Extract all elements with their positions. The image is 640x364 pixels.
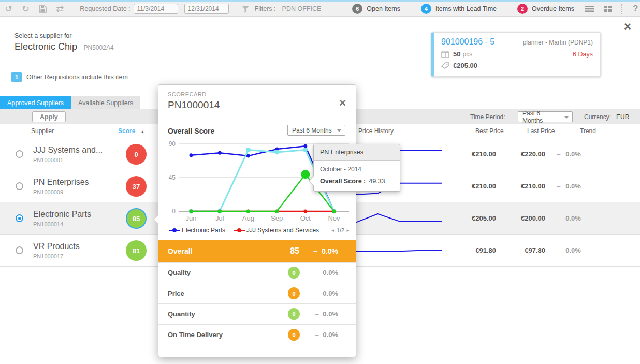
requisition-card[interactable]: 901000196 - 5 planner - Martin (PDNP1) 5… [431,32,601,77]
legend-item: JJJ Systems and Services [234,227,319,234]
quantity-value: 50 [453,50,460,58]
kpi-label: Quality [168,269,191,276]
apply-button[interactable]: Apply [32,111,66,122]
supplier-radio[interactable] [16,150,23,158]
last-price-value: €200.00 [509,214,545,222]
col-last-price: Last Price [527,127,555,135]
col-score-sort[interactable]: Score▲ [118,127,144,135]
lead-time-items-badge[interactable]: 4 Items with Lead Time [415,2,503,16]
requisition-id-link[interactable]: 901000196 - 5 [441,37,494,47]
last-price-value: €210.00 [509,182,545,190]
supplier-part-number: PN1000001 [33,157,63,163]
best-price-value: €91.80 [456,246,496,254]
svg-text:Sep: Sep [271,214,283,222]
top-toolbar: ↺ ↻ ⇄ Requested Date : - Filters : PDN O… [0,0,640,17]
supplier-radio[interactable] [16,182,23,190]
scorecard-eyebrow: SCORECARD [168,91,207,97]
overall-label: Overall [168,247,192,255]
supplier-radio[interactable] [16,246,23,254]
svg-text:Nov: Nov [328,214,340,222]
overdue-items-badge[interactable]: 2 Overdue Items [511,2,580,16]
legend-item: Electronic Parts [169,227,225,234]
package-icon [441,51,449,58]
svg-text:Aug: Aug [242,214,254,222]
trend-dash: – [557,246,560,254]
kpi-trend-dash: – [315,289,318,297]
save-icon[interactable] [39,5,47,13]
score-badge[interactable]: 85 [126,208,147,229]
chart-legend: Electronic PartsJJJ Systems and Services… [169,227,350,234]
price-history-sparkline [355,239,444,263]
redo-icon[interactable]: ↻ [22,4,30,13]
card-price-value: €205.00 [453,62,477,69]
supplier-name: JJJ Systems and... [33,145,103,155]
lead-time-items-label: Items with Lead Time [435,5,497,12]
svg-text:Oct: Oct [300,214,311,222]
col-best-price: Best Price [475,127,504,135]
undo-icon[interactable]: ↺ [5,4,12,13]
score-badge[interactable]: 81 [126,240,147,261]
kpi-row-quality: Quality 0 –0.0% [158,262,356,283]
score-badge[interactable]: 37 [126,176,147,197]
scorecard-time-period-select[interactable]: Past 6 Months [287,125,345,136]
transfer-icon[interactable]: ⇄ [56,4,64,13]
time-period-label: Time Period: [470,113,505,121]
supplier-part-number: PN1000014 [33,221,63,227]
kpi-score-badge: 0 [288,287,300,299]
scorecard-time-period-value: Past 6 Months [292,127,332,134]
time-period-select[interactable]: Past 6 Months [518,111,573,122]
score-badge[interactable]: 0 [126,144,147,165]
col-price-history: Price History [358,127,394,135]
kpi-trend-dash: – [315,269,318,276]
kpi-score-badge: 0 [288,329,300,341]
dotted-divider [621,4,622,14]
grid-view-icon[interactable] [604,6,612,12]
kpi-row-price: Price 0 –0.0% [158,283,356,303]
col-score: Score [118,127,135,135]
requested-date-label: Requested Date : [80,5,130,12]
last-price-value: €220.00 [509,150,545,158]
best-price-value: €210.00 [456,150,496,158]
price-history-sparkline [355,207,444,230]
overall-trend-dash: – [313,247,317,255]
kpi-trend-value: 0.0% [323,269,338,276]
kpi-trend-value: 0.0% [323,331,338,339]
svg-text:90: 90 [169,140,176,148]
filters-label: Filters : [255,5,276,12]
supplier-name: PN Enterprises [33,178,89,187]
date-range-separator: - [180,5,182,12]
kpi-label: Quantity [168,310,195,318]
help-icon[interactable]: ? [633,4,638,14]
page-close-icon[interactable]: ✕ [623,21,632,33]
date-from-input[interactable] [134,4,178,14]
other-requisitions-note: Other Requisitions include this item [26,74,128,81]
tab-available-suppliers[interactable]: Available Suppliers [71,96,140,109]
sort-ascending-icon: ▲ [140,129,144,134]
legend-prev-icon[interactable]: ◄ [331,228,335,233]
tooltip-score-label: Overall Score : [320,178,366,185]
svg-text:Jul: Jul [215,214,224,222]
lead-time-items-count: 4 [421,4,431,14]
kpi-score-badge: 0 [288,308,300,320]
col-supplier: Supplier [31,127,54,135]
tab-approved-suppliers[interactable]: Approved Suppliers [0,96,71,109]
time-period-value: Past 6 Months [522,110,561,124]
kpi-score-badge: 0 [288,267,300,279]
supplier-radio-selected[interactable] [16,214,23,222]
list-view-icon[interactable] [585,6,594,12]
supplier-name: VR Products [33,242,80,251]
scorecard-close-icon[interactable]: ✕ [339,97,346,109]
page-part-number: PN5002A4 [84,44,114,51]
quantity-unit: pcs [462,51,472,58]
date-to-input[interactable] [184,4,229,14]
open-items-badge[interactable]: 6 Open Items [346,2,406,16]
supplier-selection-page: ↺ ↻ ⇄ Requested Date : - Filters : PDN O… [0,0,640,364]
other-requisitions-count-badge[interactable]: 1 [11,72,22,82]
price-tag-icon [441,62,449,69]
legend-next-icon[interactable]: ► [346,228,350,233]
filter-funnel-icon[interactable] [241,5,250,13]
page-title: Electronic Chip [14,41,77,52]
supplier-name: Electronic Parts [33,210,91,219]
filters-value[interactable]: PDN OFFICE [282,5,322,12]
currency-value: EUR [616,113,629,121]
